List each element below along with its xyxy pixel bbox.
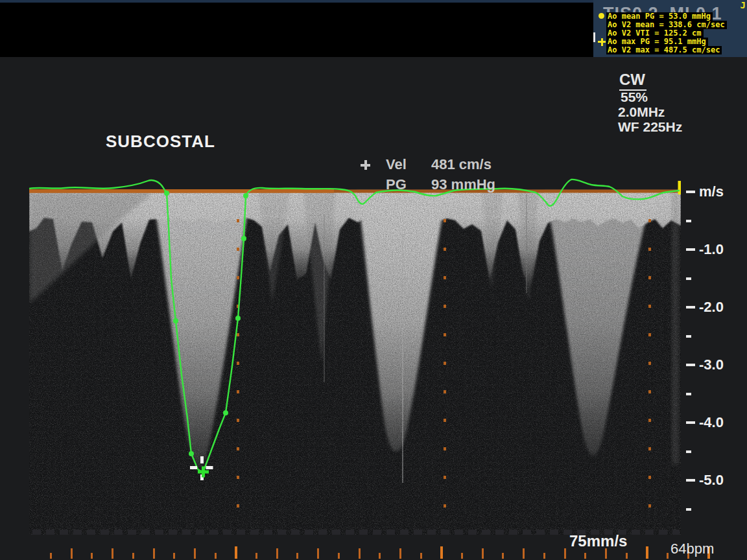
velocity-axis-tick	[686, 220, 691, 222]
gate-marker-icon	[678, 181, 682, 194]
timeline-tick	[194, 548, 196, 559]
timeline-tick	[338, 553, 340, 559]
timeline-tick	[132, 553, 134, 559]
timeline-tick	[564, 548, 566, 559]
timeline-tick	[173, 553, 175, 559]
timeline-tick	[399, 548, 401, 559]
velocity-axis-tick	[686, 248, 695, 251]
readout-label: Vel	[386, 156, 417, 173]
measurement-marker-icon	[597, 12, 606, 21]
timeline-tick	[317, 548, 319, 559]
doppler-baseline-bright	[29, 189, 334, 193]
timeline-tick	[50, 553, 52, 559]
velocity-axis-label: -4.0	[699, 414, 724, 432]
timeline-tick	[215, 553, 217, 559]
velocity-axis-tick	[686, 191, 695, 193]
timeline-tick	[71, 548, 73, 559]
mode-label: CW	[619, 71, 646, 91]
velocity-axis-tick	[686, 306, 695, 309]
view-label: SUBCOSTAL	[106, 132, 215, 152]
doppler-cursor-readout: Vel 481 cm/s PG 93 mmHg	[386, 156, 495, 193]
timeline-tick	[153, 548, 155, 559]
header-bar	[0, 3, 593, 57]
readout-label: PG	[386, 176, 417, 193]
frequency-label: 2.0MHz	[618, 104, 665, 120]
heart-rate-label: 64bpm	[670, 541, 714, 557]
speckle-light	[29, 191, 681, 535]
measurement-results-list: Ao mean PG = 53.0 mmHg Ao V2 mean = 338.…	[597, 12, 727, 54]
clipped-glyph	[593, 32, 595, 42]
velocity-axis-label: m/s	[699, 183, 724, 201]
timeline-tick	[296, 553, 298, 559]
timeline-tick	[523, 548, 525, 559]
measurement-marker-icon	[597, 46, 606, 54]
measurement-panel: TIS0.2 MI 0.1 J Ao mean PG = 53.0 mmHg A…	[593, 0, 747, 57]
spectral-display	[29, 169, 681, 535]
readout-value: 481 cm/s	[431, 156, 495, 173]
timeline-tick	[626, 553, 628, 559]
corner-char: J	[741, 0, 746, 10]
readout-value: 93 mmHg	[431, 176, 495, 193]
timeline-tick	[255, 553, 257, 559]
velocity-axis-tick	[686, 335, 691, 338]
velocity-axis-tick	[686, 450, 691, 453]
measurement-marker-icon	[597, 21, 606, 29]
ultrasound-screen: TIS0.2 MI 0.1 J Ao mean PG = 53.0 mmHg A…	[0, 0, 747, 560]
timeline-tick	[502, 553, 504, 559]
timeline-tick	[605, 548, 607, 559]
velocity-axis-label: -1.0	[699, 240, 724, 259]
timeline-tick	[359, 548, 361, 559]
timeline-tick	[543, 553, 545, 559]
timeline-tick	[667, 553, 669, 559]
timeline-tick	[276, 548, 278, 559]
power-label: 55%	[621, 89, 648, 105]
measurement-text: Ao V2 max = 487.5 cm/sec	[606, 46, 722, 54]
timeline-tick	[91, 553, 93, 559]
velocity-axis-label: -5.0	[699, 471, 724, 489]
measurement-marker-icon	[597, 29, 606, 38]
timeline-tick	[379, 553, 381, 559]
timeline-tick	[235, 546, 237, 559]
velocity-axis-tick	[686, 364, 695, 366]
measurement-row: Ao V2 max = 487.5 cm/sec	[597, 46, 727, 54]
timeline-tick	[420, 553, 422, 559]
velocity-axis-tick	[686, 508, 691, 511]
velocity-axis-tick	[686, 393, 691, 395]
velocity-axis-tick	[686, 479, 695, 482]
velocity-axis-label: -3.0	[699, 356, 724, 374]
cursor-cross-icon	[361, 160, 370, 170]
measurement-marker-icon	[597, 38, 606, 46]
timeline-tick	[112, 548, 113, 559]
velocity-axis-tick	[686, 421, 695, 424]
sweep-speed-label: 75mm/s	[569, 532, 627, 550]
timeline-tick	[482, 548, 484, 559]
wall-filter-label: WF 225Hz	[618, 119, 682, 135]
velocity-axis-tick	[686, 277, 691, 280]
velocity-axis-label: -2.0	[699, 298, 724, 316]
timeline-tick	[646, 546, 648, 559]
timeline-tick	[440, 546, 443, 559]
timeline-tick	[584, 553, 586, 559]
timeline-tick	[461, 553, 463, 559]
